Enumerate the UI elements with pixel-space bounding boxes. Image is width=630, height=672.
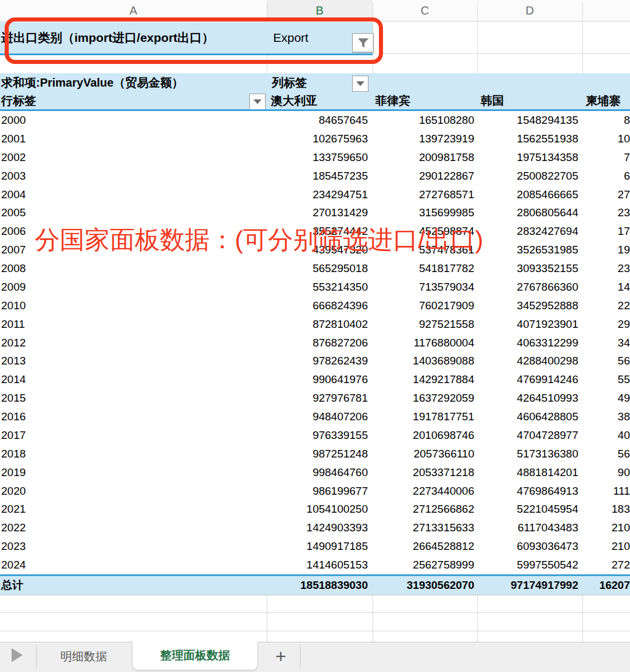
value-cell[interactable]: 4769864913	[477, 482, 582, 501]
value-cell[interactable]: 49	[582, 389, 630, 408]
value-cell[interactable]: 4704728977	[477, 426, 582, 445]
value-cell[interactable]: 6	[582, 167, 630, 185]
value-cell[interactable]: 1490917185	[267, 537, 372, 556]
value-cell[interactable]: 1424903393	[267, 519, 372, 537]
year-cell[interactable]: 2016	[0, 408, 267, 426]
year-cell[interactable]: 2004	[0, 185, 267, 204]
row-labels-cell[interactable]: 行标签	[0, 92, 267, 109]
year-cell[interactable]: 2005	[0, 203, 267, 222]
country-header-philippines[interactable]: 菲律宾	[372, 92, 477, 109]
value-cell[interactable]: 553214350	[267, 278, 372, 296]
row-labels-dropdown[interactable]	[249, 94, 266, 110]
value-cell[interactable]: 760217909	[372, 296, 477, 315]
value-cell[interactable]: 315699985	[372, 203, 477, 222]
value-cell[interactable]: 2053371218	[372, 463, 477, 482]
value-cell[interactable]: 2085466665	[477, 185, 582, 204]
year-cell[interactable]: 2014	[0, 370, 267, 389]
value-cell[interactable]: 22	[582, 296, 630, 315]
value-cell[interactable]: 133759650	[267, 148, 372, 167]
year-cell[interactable]: 2020	[0, 482, 267, 501]
value-cell[interactable]: 1975134358	[477, 148, 582, 167]
column-labels-dropdown[interactable]	[352, 76, 368, 92]
value-cell[interactable]: 2562758999	[372, 556, 477, 574]
value-cell[interactable]: 948407206	[267, 408, 372, 426]
column-header-a[interactable]: A	[0, 0, 267, 21]
value-cell[interactable]: 1429217884	[372, 370, 477, 389]
value-cell[interactable]: 111	[582, 482, 630, 501]
value-cell[interactable]: 90	[582, 463, 630, 482]
year-cell[interactable]: 2018	[0, 445, 267, 463]
value-cell[interactable]: 270131429	[267, 203, 372, 222]
filter-label-cell[interactable]: 进出口类别（import进口/export出口）	[0, 22, 267, 53]
value-cell[interactable]: 4071923901	[477, 315, 582, 334]
value-cell[interactable]: 2713315633	[372, 519, 477, 537]
value-cell[interactable]: 4288400298	[477, 352, 582, 370]
value-cell[interactable]: 987251248	[267, 445, 372, 463]
value-cell[interactable]: 4881814201	[477, 463, 582, 482]
value-cell[interactable]: 1054100250	[267, 500, 372, 519]
value-cell[interactable]: 2712566862	[372, 500, 477, 519]
value-cell[interactable]: 976339155	[267, 426, 372, 445]
year-cell[interactable]: 2021	[0, 500, 267, 519]
value-cell[interactable]: 56	[582, 445, 630, 463]
value-cell[interactable]: 3452952888	[477, 296, 582, 315]
value-cell[interactable]: 978262439	[267, 352, 372, 370]
value-cell[interactable]: 2664528812	[372, 537, 477, 556]
value-cell[interactable]: 2832427694	[477, 222, 582, 241]
year-cell[interactable]: 2024	[0, 556, 267, 574]
value-cell[interactable]: 5221045954	[477, 500, 582, 519]
value-cell[interactable]: 34	[582, 334, 630, 352]
total-value-cell[interactable]: 97174917992	[477, 576, 582, 596]
value-cell[interactable]: 1414605153	[267, 556, 372, 574]
year-cell[interactable]: 2002	[0, 148, 267, 167]
value-cell[interactable]: 986199677	[267, 482, 372, 501]
tab-panel-data-active[interactable]: 整理面板数据	[132, 641, 258, 670]
value-cell[interactable]: 541817782	[372, 259, 477, 278]
value-cell[interactable]: 927976781	[267, 389, 372, 408]
value-cell[interactable]: 565295018	[267, 259, 372, 278]
year-cell[interactable]: 2015	[0, 389, 267, 408]
sheet-nav-arrow-icon[interactable]	[12, 648, 23, 662]
value-cell[interactable]: 713579034	[372, 278, 477, 296]
value-cell[interactable]: 10	[582, 130, 630, 148]
value-cell[interactable]: 38	[582, 408, 630, 426]
value-cell[interactable]: 210	[582, 537, 630, 556]
year-cell[interactable]: 2007	[0, 241, 267, 259]
year-cell[interactable]: 2022	[0, 519, 267, 537]
value-cell[interactable]: 55	[582, 370, 630, 389]
value-cell[interactable]: 210	[582, 519, 630, 537]
value-cell[interactable]: 2767866360	[477, 278, 582, 296]
value-cell[interactable]: 1917817751	[372, 408, 477, 426]
value-cell[interactable]: 84657645	[267, 111, 372, 130]
value-cell[interactable]: 200981758	[372, 148, 477, 167]
value-cell[interactable]: 1548294135	[477, 111, 582, 130]
year-cell[interactable]: 2000	[0, 111, 267, 130]
column-header-b[interactable]: B	[267, 0, 373, 21]
value-cell[interactable]: 272768571	[372, 185, 477, 204]
country-header-korea[interactable]: 韩国	[477, 92, 582, 109]
year-cell[interactable]: 2010	[0, 296, 267, 315]
value-cell[interactable]: 6117043483	[477, 519, 582, 537]
value-cell[interactable]: 290122867	[372, 167, 477, 185]
value-cell[interactable]: 19	[582, 241, 630, 259]
value-cell[interactable]: 185457235	[267, 167, 372, 185]
filter-dropdown-button[interactable]	[352, 33, 374, 52]
value-cell[interactable]: 927521558	[372, 315, 477, 334]
year-cell[interactable]: 2003	[0, 167, 267, 185]
value-cell[interactable]: 2273440006	[372, 482, 477, 501]
value-cell[interactable]: 452598874	[372, 222, 477, 241]
country-header-cambodia[interactable]: 柬埔寨	[582, 92, 630, 109]
value-cell[interactable]: 165108280	[372, 111, 477, 130]
value-cell[interactable]: 2057366110	[372, 445, 477, 463]
year-cell[interactable]: 2009	[0, 278, 267, 296]
value-cell[interactable]: 876827206	[267, 334, 372, 352]
value-cell[interactable]: 7	[582, 148, 630, 167]
value-cell[interactable]: 2806805644	[477, 203, 582, 222]
value-cell[interactable]: 1562551938	[477, 130, 582, 148]
value-cell[interactable]: 1637292059	[372, 389, 477, 408]
year-cell[interactable]: 2012	[0, 334, 267, 352]
value-cell[interactable]: 439547320	[267, 241, 372, 259]
total-value-cell[interactable]: 31930562070	[372, 576, 477, 596]
value-cell[interactable]: 666824396	[267, 296, 372, 315]
value-cell[interactable]: 5997550542	[477, 556, 582, 574]
